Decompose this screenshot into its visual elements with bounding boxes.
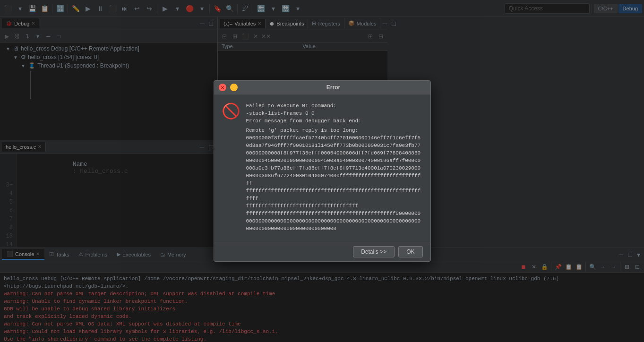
dialog-text: Failed to execute MI command: -stack-lis… [246, 102, 423, 234]
error-msg-line2: -stack-list-frames 0 0 [246, 110, 423, 117]
dialog-min-btn[interactable] [230, 84, 238, 91]
dialog-close-btn[interactable]: ✕ [219, 84, 226, 91]
details-btn[interactable]: Details >> [353, 246, 395, 257]
error-dialog-overlay: ✕ Error 🚫 Failed to execute MI command: … [0, 0, 644, 342]
ok-btn[interactable]: OK [398, 246, 422, 257]
dialog-titlebar: ✕ Error [214, 81, 430, 94]
dialog-body: 🚫 Failed to execute MI command: -stack-l… [214, 94, 430, 242]
dialog-title: Error [241, 84, 426, 91]
error-icon: 🚫 [222, 102, 240, 234]
error-msg-body: Remote 'g' packet reply is too long:0000… [246, 127, 423, 234]
error-msg-line1: Failed to execute MI command: [246, 102, 423, 110]
error-msg-line3: Error message from debugger back end: [246, 117, 423, 125]
dialog-footer: Details >> OK [214, 242, 430, 261]
error-dialog: ✕ Error 🚫 Failed to execute MI command: … [214, 80, 431, 262]
